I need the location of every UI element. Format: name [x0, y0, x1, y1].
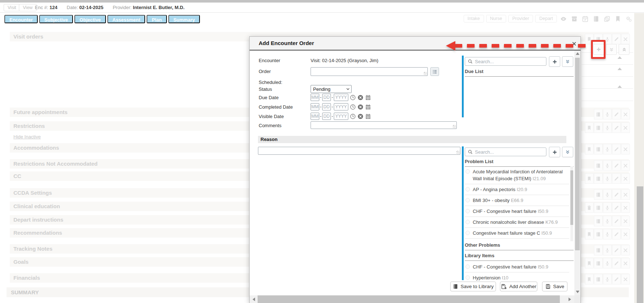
problem-search-input[interactable]	[475, 149, 546, 155]
collapse-all-button[interactable]	[619, 44, 629, 55]
tab-plan[interactable]: Plan	[147, 15, 167, 23]
problem-list-scrollbar-track[interactable]	[570, 166, 573, 241]
x-row-action-button[interactable]	[621, 202, 630, 213]
pencil-row-action-button[interactable]	[612, 245, 621, 255]
book-row-action-button[interactable]	[594, 202, 603, 213]
x-row-action-button[interactable]	[621, 274, 630, 284]
modal-scroll-left-button[interactable]	[251, 295, 257, 303]
due-date-yyyy-input[interactable]	[334, 94, 348, 101]
bookmark-row-action-button[interactable]	[585, 258, 594, 268]
mic-row-action-button[interactable]	[603, 274, 612, 284]
stage-button-provider[interactable]: Provider	[508, 15, 533, 23]
completed-date-clear-button[interactable]	[357, 104, 364, 110]
modal-vertical-scrollbar-thumb[interactable]	[575, 58, 580, 250]
mic-row-action-button[interactable]	[603, 229, 612, 239]
reason-input[interactable]	[258, 147, 460, 155]
due-date-clear-button[interactable]	[357, 94, 364, 101]
pencil-row-action-button[interactable]	[612, 122, 621, 133]
radio-button[interactable]	[465, 209, 470, 213]
stage-button-nurse[interactable]: Nurse	[486, 15, 506, 23]
mic-row-action-button[interactable]	[603, 216, 612, 226]
page-scrollbar-thumb[interactable]	[637, 186, 643, 303]
mic-row-action-button[interactable]	[603, 189, 612, 200]
radio-button[interactable]	[465, 169, 470, 174]
bookmark-row-action-button[interactable]	[585, 229, 594, 239]
mic-row-action-button[interactable]	[603, 202, 612, 213]
x-row-action-button[interactable]	[621, 216, 630, 226]
problem-expand-button[interactable]	[562, 147, 573, 157]
x-row-action-button[interactable]	[621, 173, 630, 184]
add-another-button[interactable]: Add Another	[500, 282, 537, 291]
comments-input-resize-handle[interactable]	[453, 125, 456, 128]
collapse-up-icon[interactable]	[618, 68, 622, 70]
modal-scroll-up-button[interactable]	[574, 50, 581, 56]
due-list-expand-button[interactable]	[562, 56, 573, 67]
x-row-action-button[interactable]	[621, 122, 630, 133]
pencil-row-action-button[interactable]	[612, 274, 621, 284]
save-to-library-button[interactable]: Save to Library	[450, 282, 496, 291]
tab-subjective[interactable]: Subjective	[39, 15, 73, 23]
stage-button-depart[interactable]: Depart	[535, 15, 557, 23]
reason-input-resize-handle[interactable]	[456, 151, 460, 154]
pencil-row-action-button[interactable]	[612, 173, 621, 184]
visible-date-calendar-button[interactable]	[365, 113, 371, 120]
stage-button-intake[interactable]: Intake	[464, 15, 484, 23]
radio-button[interactable]	[465, 231, 470, 235]
visible-date-mm-input[interactable]	[311, 113, 319, 120]
radio-button[interactable]	[465, 220, 470, 224]
book-row-action-button[interactable]	[594, 189, 603, 200]
problem-list-scrollbar-thumb[interactable]	[570, 170, 573, 225]
completed-date-yyyy-input[interactable]	[334, 103, 348, 110]
bookmark-row-action-button[interactable]	[585, 274, 594, 284]
x-row-action-button[interactable]	[621, 245, 630, 255]
tab-objective[interactable]: Objective	[74, 15, 106, 23]
due-date-mm-input[interactable]	[311, 94, 319, 101]
pencil-row-action-button[interactable]	[612, 34, 621, 44]
eye-button[interactable]	[559, 15, 568, 23]
copy-button[interactable]	[603, 15, 611, 23]
trash-row-action-button[interactable]	[585, 202, 594, 213]
mic-row-action-button[interactable]	[603, 109, 612, 120]
radio-button[interactable]	[465, 198, 470, 202]
pencil-row-action-button[interactable]	[612, 258, 621, 268]
book-row-action-button[interactable]	[594, 173, 603, 184]
x-row-action-button[interactable]	[621, 189, 630, 200]
problem-list-item[interactable]: BMI 30+ - obesity E66.9	[465, 195, 569, 206]
book-row-action-button[interactable]	[594, 160, 603, 171]
book-row-action-button[interactable]	[594, 229, 603, 239]
order-lookup-button[interactable]	[430, 67, 439, 76]
book-row-action-button[interactable]	[594, 245, 603, 255]
visible-date-dd-input[interactable]	[322, 113, 331, 120]
completed-date-dd-input[interactable]	[322, 103, 331, 110]
tab-encounter[interactable]: Encounter	[4, 15, 38, 23]
visible-date-clear-button[interactable]	[357, 113, 364, 120]
due-date-calendar-button[interactable]	[365, 94, 371, 101]
bookmark-row-action-button[interactable]	[585, 122, 594, 133]
visit-button[interactable]: Visit	[4, 4, 20, 11]
modal-horizontal-scrollbar-thumb[interactable]	[258, 295, 560, 303]
visible-date-yyyy-input[interactable]	[334, 113, 348, 120]
save-button[interactable]: Save	[542, 282, 567, 291]
book-button[interactable]	[592, 15, 600, 23]
problem-list-item[interactable]: Acute Myocardial Infarction of Anterolat…	[465, 166, 569, 184]
gears-button[interactable]	[624, 15, 633, 23]
problem-list-item[interactable]: AP - Angina pectoris I20.9	[465, 184, 569, 195]
x-row-action-button[interactable]	[621, 34, 630, 44]
archive-button[interactable]	[570, 15, 579, 23]
pencil-row-action-button[interactable]	[612, 109, 621, 120]
x-row-action-button[interactable]	[621, 160, 630, 171]
problem-list-item[interactable]: CHF - Congestive heart failure I50.9	[465, 206, 569, 217]
book-row-action-button[interactable]	[594, 274, 603, 284]
pencil-row-action-button[interactable]	[612, 160, 621, 171]
book-row-action-button[interactable]	[594, 109, 603, 120]
mic-row-action-button[interactable]	[603, 144, 612, 154]
due-date-dd-input[interactable]	[322, 94, 331, 101]
bookmark-row-action-button[interactable]	[585, 144, 594, 154]
radio-button[interactable]	[465, 187, 470, 191]
book-row-action-button[interactable]	[594, 122, 603, 133]
radio-button[interactable]	[465, 264, 470, 269]
tab-summary[interactable]: Summary	[168, 15, 200, 23]
due-date-now-button[interactable]	[350, 94, 356, 101]
mic-row-action-button[interactable]	[603, 122, 612, 133]
pencil-row-action-button[interactable]	[612, 144, 621, 154]
